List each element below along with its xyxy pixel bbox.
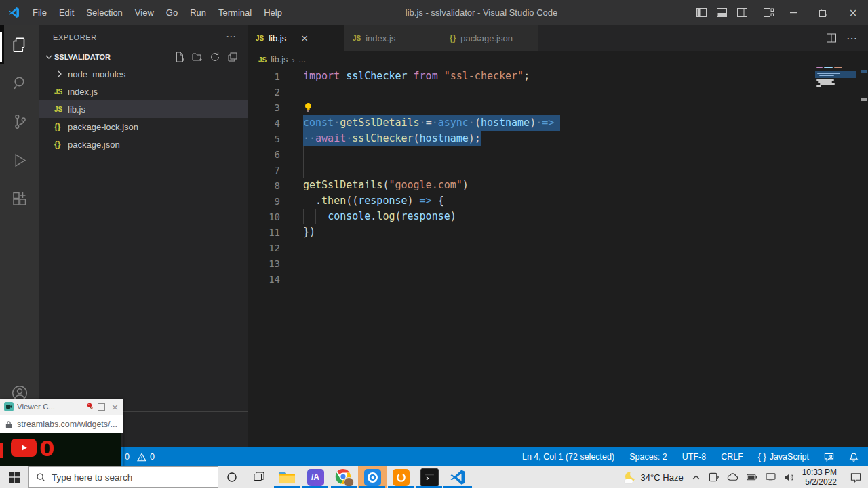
pushpin-icon[interactable] [85,402,94,411]
toggle-sidebar-icon[interactable] [691,0,711,25]
tab-more-icon[interactable]: ⋯ [846,32,857,45]
code-line-9[interactable]: 9 .then((response) => { [248,193,868,209]
workspace-section-header[interactable]: SSLVALIDATOR [39,49,248,65]
code-line-13[interactable]: 13 [248,256,868,271]
network-icon[interactable] [766,473,776,481]
lightbulb-icon[interactable] [304,102,313,113]
windows-taskbar: Type here to search /A [0,466,868,488]
taskbar-streamlabs[interactable] [358,466,387,488]
file-tree-item-index.js[interactable]: JSindex.js [39,83,248,100]
eol-sequence[interactable]: CRLF [721,452,743,462]
sidebar-more-icon[interactable]: ⋯ [226,30,237,43]
volume-icon[interactable] [784,473,794,482]
task-view-icon[interactable] [245,466,273,488]
cortana-icon[interactable] [218,466,245,488]
new-folder-icon[interactable] [192,52,203,62]
popup-close-icon[interactable]: × [111,402,119,412]
customize-layout-icon[interactable] [758,0,778,25]
file-tree-item-package.json[interactable]: {}package.json [39,136,248,153]
editor-scrollbar[interactable] [859,51,868,447]
taskbar-vscode[interactable] [443,466,472,488]
file-tree-item-node_modules[interactable]: node_modules [39,65,248,83]
restore-button[interactable] [808,0,838,25]
code-line-14[interactable]: 14 [248,271,868,287]
taskbar-chrome[interactable] [330,466,358,488]
code-line-6[interactable]: 6 [248,146,868,162]
onedrive-cloud-icon[interactable] [727,473,738,481]
language-mode[interactable]: { } JavaScript [758,452,809,462]
explorer-icon[interactable] [0,25,39,64]
code-line-4[interactable]: 4const·getSslDetails·=·async·(hostname)·… [248,115,868,131]
refresh-icon[interactable] [210,52,220,62]
run-debug-icon[interactable] [0,141,39,180]
popup-address-bar[interactable]: streamlabs.com/widgets/... [0,415,123,433]
menu-view[interactable]: View [129,7,160,18]
file-name: package-lock.json [68,122,138,132]
file-tree-item-lib.js[interactable]: JSlib.js [39,100,248,118]
taskbar-terminal[interactable] [415,466,443,488]
js-file-icon: JS [353,35,361,42]
code-line-1[interactable]: 1import sslChecker from "ssl-checker"; [248,68,868,84]
close-button[interactable]: × [838,0,868,25]
menu-run[interactable]: Run [184,7,212,18]
menu-terminal[interactable]: Terminal [212,7,258,18]
breadcrumb-file[interactable]: lib.js [271,55,288,64]
tab-package.json[interactable]: {}package.json [441,25,538,51]
collapse-folders-icon[interactable] [227,52,238,62]
action-center-icon[interactable] [850,472,861,483]
toggle-secondary-sidebar-icon[interactable] [732,0,752,25]
breadcrumb[interactable]: JS lib.js › ... [248,51,868,68]
tab-lib.js[interactable]: JSlib.js× [248,25,344,51]
feedback-icon[interactable] [824,452,834,462]
new-file-icon[interactable] [174,52,185,62]
popup-title-bar[interactable]: Viewer C... × [0,399,123,415]
menu-help[interactable]: Help [258,7,288,18]
code-line-8[interactable]: 8getSslDetails("google.com") [248,178,868,193]
source-control-icon[interactable] [0,102,39,141]
search-icon[interactable] [0,64,39,102]
code-line-2[interactable]: 2 [248,84,868,100]
split-editor-icon[interactable] [826,33,837,43]
taskbar-app-a[interactable]: /A [301,466,330,488]
status-right: Ln 4, Col 1 (72 selected) Spaces: 2 UTF-… [522,452,868,462]
workspace-name: SSLVALIDATOR [54,53,111,61]
menu-file[interactable]: File [26,7,53,18]
code-line-3[interactable]: 3 [248,100,868,115]
code-line-12[interactable]: 12 [248,240,868,256]
line-content: console.log(response) [303,209,456,224]
sidebar-header: EXPLORER ⋯ [39,25,248,49]
menu-edit[interactable]: Edit [53,7,80,18]
taskbar-file-explorer[interactable] [273,466,301,488]
weather-widget[interactable]: 34°C Haze [625,471,684,483]
breadcrumb-symbol[interactable]: ... [299,55,306,64]
js-file-icon: JS [54,106,68,113]
indentation[interactable]: Spaces: 2 [629,452,667,462]
popup-url[interactable]: streamlabs.com/widgets/... [17,420,117,429]
taskbar-clock[interactable]: 10:33 PM 5/2/2022 [802,468,837,487]
toggle-panel-icon[interactable] [711,0,732,25]
code-line-11[interactable]: 11}) [248,224,868,240]
tab-close-icon[interactable]: × [300,33,309,43]
hidden-icons-chevron-icon[interactable] [692,474,701,481]
encoding[interactable]: UTF-8 [682,452,706,462]
notifications-bell-icon[interactable] [849,452,859,462]
tab-index.js[interactable]: JSindex.js [344,25,441,51]
menu-go[interactable]: Go [160,7,184,18]
code-line-7[interactable]: 7 [248,162,868,178]
cursor-position[interactable]: Ln 4, Col 1 (72 selected) [522,452,614,462]
taskbar-search-input[interactable]: Type here to search [28,466,218,488]
taskbar-xampp[interactable] [387,466,415,488]
tablet-sync-icon[interactable] [709,472,719,482]
minimap[interactable] [816,67,856,87]
battery-icon[interactable] [747,474,757,481]
code-area[interactable]: 1import sslChecker from "ssl-checker";23… [248,68,868,287]
code-line-5[interactable]: 5··await·sslChecker(hostname); [248,131,868,146]
minimize-button[interactable] [778,0,808,25]
menu-selection[interactable]: Selection [80,7,128,18]
file-tree-item-package-lock.json[interactable]: {}package-lock.json [39,118,248,136]
code-line-10[interactable]: 10 console.log(response) [248,209,868,224]
popup-maximize-icon[interactable] [98,403,105,411]
start-button[interactable] [0,466,28,488]
extensions-icon[interactable] [0,180,39,218]
line-number: 14 [248,274,303,285]
